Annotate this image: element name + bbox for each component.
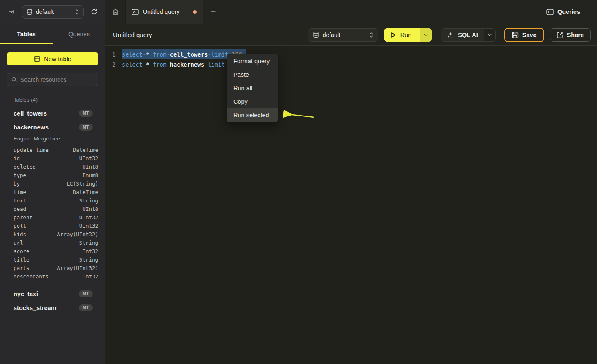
column-type: UInt32 xyxy=(79,222,98,230)
engine-badge: MT xyxy=(79,110,93,117)
sidebar-tab-tables[interactable]: Tables xyxy=(0,24,53,44)
table-name: nyc_taxi xyxy=(14,291,79,297)
column-type: Int32 xyxy=(82,247,98,256)
sidebar-tab-queries[interactable]: Queries xyxy=(53,24,105,44)
chevron-down-icon xyxy=(424,34,428,36)
table-column-row: byLC(String) xyxy=(14,180,98,188)
database-icon xyxy=(313,32,319,38)
run-button-main[interactable]: Run xyxy=(384,28,420,42)
context-menu: Format queryPasteRun allCopyRun selected xyxy=(227,54,278,122)
run-options-caret[interactable] xyxy=(420,28,432,42)
column-type: UInt8 xyxy=(82,163,98,171)
code-token: · xyxy=(149,51,153,58)
code-token: · xyxy=(167,51,170,58)
editor-line-2[interactable]: 2 select * from hackernews limit xyxy=(105,59,597,70)
table-column-row: typeEnum8 xyxy=(14,171,98,180)
tab-label: Untitled query xyxy=(143,8,189,15)
column-name: update_time xyxy=(14,146,49,154)
new-table-button[interactable]: New table xyxy=(7,52,98,65)
search-input[interactable] xyxy=(20,76,94,83)
table-column-row: deletedUInt8 xyxy=(14,163,98,171)
column-type: UInt32 xyxy=(79,213,98,222)
tab-untitled-query[interactable]: Untitled query xyxy=(125,0,203,24)
column-name: score xyxy=(14,247,30,256)
code-token: * xyxy=(146,51,149,58)
table-name: cell_towers xyxy=(14,110,79,117)
top-bar-left: default xyxy=(0,0,105,24)
code-token: from xyxy=(153,51,167,58)
context-menu-item[interactable]: Paste xyxy=(227,68,278,81)
table-row-cell-towers[interactable]: cell_towers MT xyxy=(0,106,105,120)
search-icon xyxy=(11,77,17,82)
table-icon xyxy=(34,56,40,62)
column-name: url xyxy=(14,239,23,247)
column-type: LC(String) xyxy=(67,180,98,188)
database-icon xyxy=(27,9,32,15)
code-token: limit xyxy=(211,51,228,58)
save-button[interactable]: Save xyxy=(504,28,544,42)
sidebar-collapse-icon xyxy=(8,8,15,15)
column-name: id xyxy=(14,154,20,163)
code-token: select xyxy=(122,51,143,58)
top-bar: default Untitled query xyxy=(0,0,597,24)
queries-icon xyxy=(546,9,554,15)
column-type: Array(UInt32) xyxy=(57,264,98,272)
column-name: time xyxy=(14,188,26,197)
code-token xyxy=(149,61,153,68)
chevron-updown-icon xyxy=(75,9,79,15)
column-type: Enum8 xyxy=(82,171,98,180)
engine-badge: MT xyxy=(79,124,93,131)
table-row-hackernews[interactable]: hackernews MT xyxy=(0,120,105,134)
code-token: hackernews xyxy=(170,61,204,68)
chevron-down-icon xyxy=(488,34,492,36)
hackernews-columns-list: update_timeDateTimeidUInt32deletedUInt8t… xyxy=(0,146,105,281)
context-menu-item[interactable]: Copy xyxy=(227,95,278,108)
column-type: String xyxy=(79,239,98,247)
column-type: UInt8 xyxy=(82,205,98,213)
sidebar-collapse-button[interactable] xyxy=(6,6,17,17)
chevron-updown-icon xyxy=(369,32,373,38)
database-selector-top[interactable]: default xyxy=(22,5,84,19)
sparkles-icon xyxy=(447,32,454,38)
column-type: Int32 xyxy=(82,272,98,281)
sql-ai-button[interactable]: SQL AI xyxy=(441,28,496,42)
column-name: by xyxy=(14,180,20,188)
context-menu-item[interactable]: Run all xyxy=(227,81,278,95)
sql-editor[interactable]: 1 select·*·from·cell_towers·limit·100· 2… xyxy=(105,46,597,70)
share-button-label: Share xyxy=(567,32,584,38)
sql-ai-button-main[interactable]: SQL AI xyxy=(441,29,484,41)
context-menu-item[interactable]: Format query xyxy=(227,54,278,68)
database-selector-value: default xyxy=(36,8,71,15)
table-row-nyc-taxi[interactable]: nyc_taxi MT xyxy=(0,287,105,301)
column-name: descendants xyxy=(14,272,49,281)
annotation-arrow xyxy=(278,109,319,121)
editor-line-1[interactable]: 1 select·*·from·cell_towers·limit·100· xyxy=(105,49,597,59)
code-token: cell_towers xyxy=(170,51,208,58)
column-name: kids xyxy=(14,230,26,239)
queries-nav-button[interactable]: Queries xyxy=(546,0,597,24)
column-type: Array(UInt32) xyxy=(57,230,98,239)
code-line[interactable]: select * from hackernews limit xyxy=(122,59,228,70)
run-button[interactable]: Run xyxy=(384,28,432,42)
save-button-label: Save xyxy=(522,32,537,38)
refresh-button[interactable] xyxy=(89,6,100,17)
code-token: from xyxy=(153,61,167,68)
home-icon xyxy=(112,8,119,16)
table-column-row: update_timeDateTime xyxy=(14,146,98,154)
tab-bar: Untitled query Queries xyxy=(105,0,597,24)
refresh-icon xyxy=(91,8,97,15)
context-menu-item[interactable]: Run selected xyxy=(227,108,278,122)
database-selector-query[interactable]: default xyxy=(308,28,378,42)
terminal-icon xyxy=(132,9,139,15)
column-type: DateTime xyxy=(73,188,98,197)
sql-ai-options-caret[interactable] xyxy=(484,29,495,41)
search-box[interactable] xyxy=(7,73,98,86)
table-column-row: descendantsInt32 xyxy=(14,272,98,281)
new-tab-button[interactable] xyxy=(203,0,223,24)
share-button[interactable]: Share xyxy=(550,28,591,42)
home-button[interactable] xyxy=(105,0,125,24)
table-row-stocks-stream[interactable]: stocks_stream MT xyxy=(0,301,105,315)
line-number: 2 xyxy=(105,59,116,70)
plus-icon xyxy=(210,9,216,15)
table-column-row: kidsArray(UInt32) xyxy=(14,230,98,239)
